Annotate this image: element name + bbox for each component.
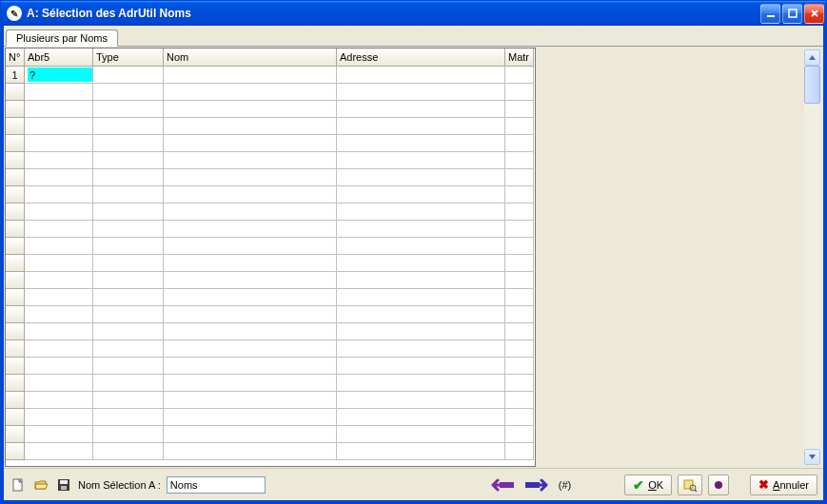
cell-matr[interactable] — [505, 84, 534, 101]
row-number[interactable] — [6, 221, 25, 238]
row-number[interactable] — [6, 152, 25, 169]
cell-abr5[interactable] — [25, 392, 93, 409]
cell-type[interactable] — [93, 169, 164, 186]
cell-nom[interactable] — [164, 323, 337, 340]
save-button[interactable] — [55, 476, 72, 494]
col-header-num[interactable]: N° — [6, 48, 25, 67]
scroll-down-button[interactable] — [804, 449, 820, 465]
cell-adresse[interactable] — [337, 358, 505, 375]
maximize-button[interactable] — [782, 4, 802, 24]
row-number[interactable] — [6, 306, 25, 323]
cell-matr[interactable] — [505, 67, 534, 84]
cell-matr[interactable] — [505, 306, 534, 323]
cell-matr[interactable] — [505, 409, 534, 426]
cell-nom[interactable] — [164, 358, 337, 375]
cell-adresse[interactable] — [337, 238, 505, 255]
cell-abr5[interactable] — [25, 221, 93, 238]
col-header-adresse[interactable]: Adresse — [337, 48, 505, 67]
cell-nom[interactable] — [164, 186, 337, 204]
cell-type[interactable] — [93, 289, 164, 306]
table-row[interactable] — [6, 238, 535, 255]
cell-matr[interactable] — [505, 323, 534, 340]
cell-adresse[interactable] — [337, 409, 505, 426]
cell-abr5[interactable] — [25, 118, 93, 135]
cell-matr[interactable] — [505, 272, 534, 289]
cell-abr5[interactable] — [25, 238, 93, 255]
cell-abr5[interactable] — [25, 204, 93, 221]
cell-adresse[interactable] — [337, 255, 505, 272]
col-header-type[interactable]: Type — [93, 48, 164, 67]
scroll-track[interactable] — [804, 104, 820, 449]
table-row[interactable] — [6, 135, 535, 152]
cell-nom[interactable] — [164, 255, 337, 272]
ok-button[interactable]: ✔ OK — [624, 475, 672, 495]
row-number[interactable] — [6, 238, 25, 255]
row-number[interactable] — [6, 289, 25, 306]
cell-adresse[interactable] — [337, 443, 505, 460]
row-number[interactable] — [6, 204, 25, 221]
prev-button[interactable] — [490, 475, 517, 494]
cell-adresse[interactable] — [337, 204, 505, 221]
cell-adresse[interactable] — [337, 84, 505, 101]
cell-adresse[interactable] — [337, 221, 505, 238]
table-row[interactable] — [6, 221, 535, 238]
cell-type[interactable] — [93, 221, 164, 238]
cell-type[interactable] — [93, 272, 164, 289]
cell-adresse[interactable] — [337, 392, 505, 409]
row-number[interactable] — [6, 426, 25, 443]
cell-nom[interactable] — [164, 67, 337, 84]
cell-nom[interactable] — [164, 409, 337, 426]
table-row[interactable] — [6, 186, 535, 204]
next-button[interactable] — [522, 475, 549, 494]
cell-type[interactable] — [93, 84, 164, 101]
cell-adresse[interactable] — [337, 169, 505, 186]
cell-adresse[interactable] — [337, 426, 505, 443]
vertical-scrollbar[interactable] — [804, 49, 820, 465]
cell-matr[interactable] — [505, 118, 534, 135]
table-row[interactable] — [6, 409, 535, 426]
cell-abr5[interactable] — [25, 426, 93, 443]
cell-type[interactable] — [93, 152, 164, 169]
table-row[interactable] — [6, 306, 535, 323]
cell-type[interactable] — [93, 135, 164, 152]
row-number[interactable] — [6, 358, 25, 375]
cell-nom[interactable] — [164, 101, 337, 118]
abr5-input[interactable] — [28, 68, 93, 82]
table-row[interactable] — [6, 358, 535, 375]
cell-adresse[interactable] — [337, 272, 505, 289]
cell-type[interactable] — [93, 375, 164, 392]
row-number[interactable] — [6, 323, 25, 340]
cell-type[interactable] — [93, 238, 164, 255]
cell-matr[interactable] — [505, 375, 534, 392]
cancel-button[interactable]: ✖ Annuler — [750, 475, 817, 495]
open-button[interactable] — [32, 476, 49, 494]
cell-nom[interactable] — [164, 340, 337, 358]
cell-matr[interactable] — [505, 426, 534, 443]
cell-nom[interactable] — [164, 238, 337, 255]
cell-adresse[interactable] — [337, 152, 505, 169]
cell-adresse[interactable] — [337, 135, 505, 152]
cell-nom[interactable] — [164, 204, 337, 221]
minimize-button[interactable] — [760, 4, 780, 24]
cell-type[interactable] — [93, 118, 164, 135]
cell-nom[interactable] — [164, 152, 337, 169]
col-header-abr5[interactable]: Abr5 — [25, 48, 93, 67]
cell-matr[interactable] — [505, 289, 534, 306]
table-row[interactable] — [6, 204, 535, 221]
cell-nom[interactable] — [164, 84, 337, 101]
cell-abr5[interactable] — [25, 255, 93, 272]
cell-abr5[interactable] — [25, 272, 93, 289]
cell-matr[interactable] — [505, 340, 534, 358]
cell-abr5[interactable] — [25, 358, 93, 375]
grid-body[interactable]: 1… — [6, 67, 535, 466]
cell-abr5[interactable] — [25, 169, 93, 186]
cell-matr[interactable] — [505, 152, 534, 169]
cell-matr[interactable] — [505, 255, 534, 272]
tab-plusieurs-par-noms[interactable]: Plusieurs par Noms — [6, 29, 118, 47]
table-row[interactable] — [6, 323, 535, 340]
table-row[interactable] — [6, 255, 535, 272]
cell-abr5[interactable] — [25, 186, 93, 204]
cell-adresse[interactable] — [337, 323, 505, 340]
cell-type[interactable] — [93, 67, 164, 84]
table-row[interactable] — [6, 392, 535, 409]
